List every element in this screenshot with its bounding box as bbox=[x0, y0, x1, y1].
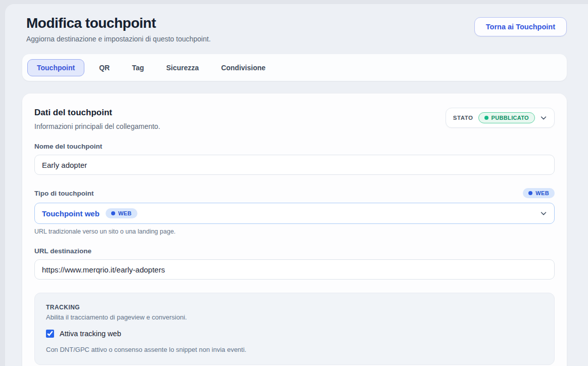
page-panel: Modifica touchpoint Aggiorna destinazion… bbox=[5, 4, 588, 366]
type-select-badge: WEB bbox=[106, 208, 137, 218]
card-title: Dati del touchpoint bbox=[34, 108, 160, 118]
type-field-label: Tipo di touchpoint bbox=[34, 190, 93, 197]
card-header: Dati del touchpoint Informazioni princip… bbox=[34, 108, 555, 130]
tab-qr[interactable]: QR bbox=[91, 59, 117, 76]
card-header-text: Dati del touchpoint Informazioni princip… bbox=[34, 108, 160, 130]
type-label-row: Tipo di touchpoint WEB bbox=[34, 188, 555, 198]
tracking-help-text: Con DNT/GPC attivo o consenso assente lo… bbox=[46, 346, 543, 353]
status-badge-text: PUBBLICATO bbox=[492, 115, 529, 121]
tracking-checkbox-row: Attiva tracking web bbox=[46, 330, 543, 338]
type-help-text: URL tradizionale verso un sito o una lan… bbox=[34, 228, 555, 235]
touchpoint-data-card: Dati del touchpoint Informazioni princip… bbox=[22, 94, 567, 366]
type-corner-badge-text: WEB bbox=[535, 190, 549, 196]
tracking-checkbox-label[interactable]: Attiva tracking web bbox=[60, 330, 121, 338]
tracking-section: TRACKING Abilita il tracciamento di page… bbox=[34, 293, 555, 365]
url-field-label: URL destinazione bbox=[34, 247, 555, 255]
name-field-label: Nome del touchpoint bbox=[34, 143, 555, 150]
type-select-value: Touchpoint web bbox=[42, 209, 100, 218]
status-badge: PUBBLICATO bbox=[478, 112, 535, 123]
tab-sicurezza[interactable]: Sicurezza bbox=[159, 59, 207, 76]
url-input[interactable] bbox=[34, 259, 555, 280]
chevron-down-icon bbox=[540, 114, 547, 121]
tab-condivisione[interactable]: Condivisione bbox=[214, 59, 273, 76]
status-label: STATO bbox=[453, 115, 473, 121]
web-dot-icon bbox=[528, 191, 532, 195]
web-dot-icon bbox=[111, 211, 115, 215]
chevron-down-icon bbox=[540, 210, 547, 217]
tab-tag[interactable]: Tag bbox=[124, 59, 152, 76]
status-dot-icon bbox=[484, 116, 488, 120]
status-dropdown[interactable]: STATO PUBBLICATO bbox=[446, 108, 555, 128]
type-select[interactable]: Touchpoint web WEB bbox=[34, 203, 555, 224]
tracking-title: TRACKING bbox=[46, 304, 543, 311]
tab-bar: Touchpoint QR Tag Sicurezza Condivisione bbox=[22, 54, 567, 81]
tracking-checkbox[interactable] bbox=[46, 330, 54, 338]
back-to-touchpoints-button[interactable]: Torna ai Touchpoint bbox=[474, 17, 567, 36]
page-header: Modifica touchpoint Aggiorna destinazion… bbox=[22, 15, 567, 43]
tracking-subtitle: Abilita il tracciamento di pageview e co… bbox=[46, 313, 543, 321]
name-input[interactable] bbox=[34, 155, 555, 175]
type-select-badge-text: WEB bbox=[118, 210, 132, 216]
card-subtitle: Informazioni principali del collegamento… bbox=[34, 122, 160, 130]
type-corner-badge: WEB bbox=[523, 188, 555, 198]
tab-touchpoint[interactable]: Touchpoint bbox=[27, 59, 84, 76]
